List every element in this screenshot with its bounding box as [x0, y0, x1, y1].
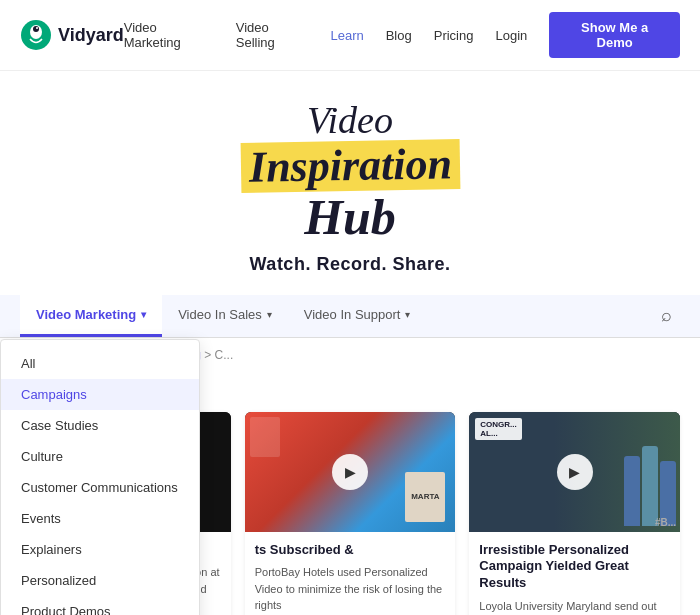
svg-point-3: [36, 27, 38, 29]
play-button-3[interactable]: ▶: [557, 454, 593, 490]
tabs-bar: Video Marketing ▾ Video In Sales ▾ Video…: [0, 295, 700, 338]
chevron-down-icon: ▾: [267, 309, 272, 320]
logo-text: Vidyard: [58, 25, 124, 46]
svg-point-2: [33, 26, 39, 32]
card-title-2: ts Subscribed &: [255, 542, 446, 559]
dropdown-personalized[interactable]: Personalized: [1, 565, 199, 596]
nav-pricing[interactable]: Pricing: [434, 28, 474, 43]
nav-blog[interactable]: Blog: [386, 28, 412, 43]
logo: Vidyard: [20, 19, 124, 51]
nav-links: Video Marketing Video Selling Learn Blog…: [124, 12, 680, 58]
nav-video-marketing[interactable]: Video Marketing: [124, 20, 214, 50]
tab-video-marketing[interactable]: Video Marketing ▾: [20, 295, 162, 337]
play-button-2[interactable]: ▶: [332, 454, 368, 490]
dropdown-product-demos[interactable]: Product Demos: [1, 596, 199, 615]
nav-learn[interactable]: Learn: [330, 28, 363, 43]
navbar: Vidyard Video Marketing Video Selling Le…: [0, 0, 700, 71]
card-thumb-3: CONGR...AL... #B... ▶: [469, 412, 680, 532]
hero-section: Video Inspiration Hub Watch. Record. Sha…: [0, 71, 700, 295]
nav-video-selling[interactable]: Video Selling: [236, 20, 309, 50]
tab-video-in-sales[interactable]: Video In Sales ▾: [162, 295, 288, 337]
card-body-2: ts Subscribed & PortoBay Hotels used Per…: [245, 532, 456, 615]
card-desc-2: PortoBay Hotels used Personalized Video …: [255, 564, 446, 614]
hero-line2: Inspiration: [241, 141, 460, 191]
chevron-down-icon: ▾: [405, 309, 410, 320]
nav-login[interactable]: Login: [495, 28, 527, 43]
dropdown-culture[interactable]: Culture: [1, 441, 199, 472]
search-button[interactable]: ⌕: [653, 297, 680, 334]
dropdown-all[interactable]: All: [1, 348, 199, 379]
video-marketing-dropdown: All Campaigns Case Studies Culture Custo…: [0, 339, 200, 615]
tab-video-in-support[interactable]: Video In Support ▾: [288, 295, 427, 337]
breadcrumb-current: C...: [215, 348, 234, 362]
dropdown-events[interactable]: Events: [1, 503, 199, 534]
vidyard-logo-icon: [20, 19, 52, 51]
card-irresistible: CONGR...AL... #B... ▶ Irresistible Perso…: [469, 412, 680, 615]
hero-line3: Hub: [20, 191, 680, 244]
dropdown-customer-comms[interactable]: Customer Communications: [1, 472, 199, 503]
show-demo-button[interactable]: Show Me a Demo: [549, 12, 680, 58]
hero-line1: Video: [20, 101, 680, 141]
card-subscribed: MARTA ▶ ts Subscribed & PortoBay Hotels …: [245, 412, 456, 615]
hero-subtitle: Watch. Record. Share.: [20, 254, 680, 275]
card-desc-3: Loyola University Maryland send out admi…: [479, 598, 670, 615]
chevron-down-icon: ▾: [141, 309, 146, 320]
tabs-wrapper: Video Marketing ▾ Video In Sales ▾ Video…: [0, 295, 700, 338]
dropdown-case-studies[interactable]: Case Studies: [1, 410, 199, 441]
dropdown-campaigns[interactable]: Campaigns: [1, 379, 199, 410]
card-title-3: Irresistible Personalized Campaign Yield…: [479, 542, 670, 593]
dropdown-explainers[interactable]: Explainers: [1, 534, 199, 565]
card-thumb-2: MARTA ▶: [245, 412, 456, 532]
card-body-3: Irresistible Personalized Campaign Yield…: [469, 532, 680, 615]
hero-inspiration: Inspiration: [240, 139, 460, 193]
